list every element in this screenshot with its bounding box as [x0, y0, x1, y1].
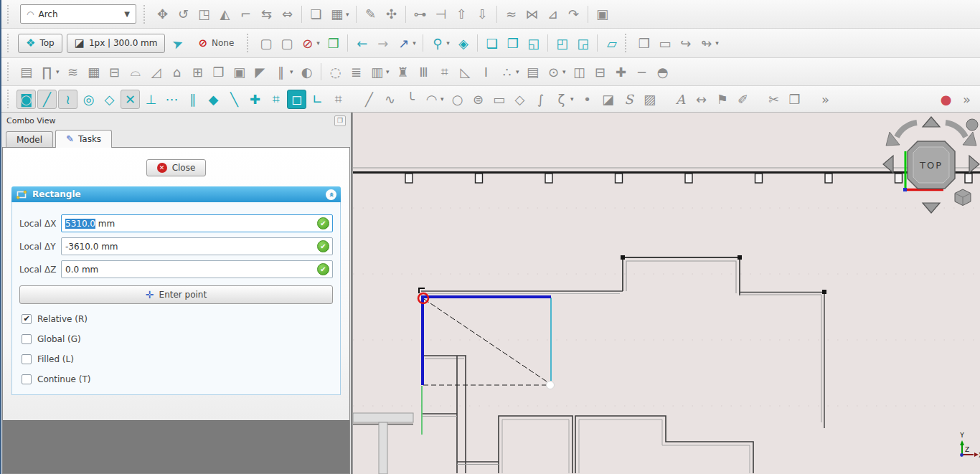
3d-viewport[interactable]: TOP Y X Z: [353, 113, 980, 474]
offset-icon[interactable]: ⌐: [236, 4, 255, 24]
text-icon[interactable]: A: [671, 90, 690, 109]
facebinder-icon[interactable]: ◪: [598, 90, 618, 109]
axis-icon[interactable]: ‖: [271, 62, 291, 82]
snap-grid-icon[interactable]: ⌗: [266, 90, 286, 109]
dropdown-arrow-icon[interactable]: ▾: [516, 68, 522, 75]
shapestring-icon[interactable]: S: [619, 90, 639, 109]
downgrade-icon[interactable]: ⇩: [473, 4, 492, 24]
top-view-icon[interactable]: ❒: [503, 34, 522, 53]
split-icon[interactable]: ⊣: [431, 4, 451, 24]
reference-icon[interactable]: ❐: [209, 62, 228, 82]
arc-icon[interactable]: ◠: [422, 90, 441, 109]
box-element-selection-icon[interactable]: ▢: [256, 34, 275, 53]
nav-back-icon[interactable]: ←: [352, 34, 372, 53]
enter-point-button[interactable]: ✛ Enter point: [19, 285, 333, 304]
scale-icon[interactable]: ◳: [194, 4, 214, 24]
subelement-highlight-icon[interactable]: ✣: [382, 4, 401, 24]
workbench-selector[interactable]: ◠ Arch ▼: [20, 4, 136, 24]
local-delta-z-input[interactable]: 0.0 mm✔: [61, 260, 333, 278]
float-panel-icon[interactable]: ❐: [334, 115, 346, 126]
box-selection-icon[interactable]: ▢: [277, 34, 296, 53]
snap-intersection-icon[interactable]: ✕: [121, 90, 140, 109]
dropdown-arrow-icon[interactable]: ▾: [413, 39, 419, 47]
zoom-fit-icon[interactable]: ⚲: [428, 34, 447, 53]
linked-object-icon[interactable]: ↗: [394, 34, 413, 53]
snap-lock-icon[interactable]: ◙: [17, 90, 36, 109]
checkbox[interactable]: [22, 374, 32, 384]
schedule-icon[interactable]: ▤: [523, 62, 542, 82]
stretch-icon[interactable]: ⇔: [278, 4, 297, 24]
join-icon[interactable]: ⊶: [410, 4, 430, 24]
upgrade-icon[interactable]: ⇧: [452, 4, 471, 24]
draft-to-sketch-icon[interactable]: ⋈: [522, 4, 542, 24]
checkbox[interactable]: ✔: [22, 314, 32, 324]
edit-icon[interactable]: ✎: [361, 4, 380, 24]
space-icon[interactable]: ◤: [250, 62, 270, 82]
front-view-icon[interactable]: ❑: [482, 34, 501, 53]
continue-checkbox[interactable]: Continue (T): [22, 374, 333, 384]
rotate-icon[interactable]: ↺: [174, 4, 193, 24]
rectangle-icon[interactable]: ▭: [489, 90, 509, 109]
toolbar-handle[interactable]: [143, 5, 147, 24]
point-icon[interactable]: •: [578, 90, 597, 109]
dropdown-arrow-icon[interactable]: ▾: [56, 68, 62, 75]
toolbar-handle[interactable]: [7, 90, 11, 108]
collapse-section-icon[interactable]: »: [326, 189, 336, 200]
slope-icon[interactable]: ⊿: [543, 4, 562, 24]
link-actions-icon[interactable]: ↬: [697, 34, 716, 53]
panel-icon[interactable]: ▥: [367, 62, 387, 82]
pipe-icon[interactable]: ⊙: [544, 62, 563, 82]
snap-near-icon[interactable]: ╲: [225, 90, 244, 109]
mirror-icon[interactable]: ◭: [215, 4, 235, 24]
polygon-icon[interactable]: ◇: [510, 90, 529, 109]
create-group-icon[interactable]: ▭: [655, 34, 674, 53]
axonometric-view-icon[interactable]: ◈: [453, 34, 473, 53]
bottom-view-icon[interactable]: ◲: [573, 34, 593, 53]
snap-dimensions-icon[interactable]: ∟: [308, 90, 327, 109]
dropdown-arrow-icon[interactable]: ▾: [386, 68, 392, 75]
snap-endpoint-icon[interactable]: ╱: [37, 90, 57, 109]
current-view-button[interactable]: ❖ Top: [18, 34, 62, 53]
snap-extension-icon[interactable]: ⋯: [162, 90, 182, 109]
rebar-icon[interactable]: ≋: [63, 62, 83, 82]
frame-icon[interactable]: Ⅲ: [414, 62, 433, 82]
polyline-icon[interactable]: ∿: [380, 90, 400, 109]
remove-component-icon[interactable]: −: [632, 62, 651, 82]
cut-with-plane-icon[interactable]: ⊟: [590, 62, 610, 82]
line-icon[interactable]: ╱: [359, 90, 379, 109]
clipping-icon[interactable]: ⊘: [298, 34, 317, 53]
dropdown-arrow-icon[interactable]: ▾: [570, 95, 577, 103]
toolbar-overflow2-icon[interactable]: »: [957, 90, 976, 109]
rectangle-section-header[interactable]: Rectangle »: [11, 186, 341, 202]
checkbox[interactable]: [22, 334, 32, 344]
truss-icon[interactable]: ◺: [456, 62, 475, 82]
global-checkbox[interactable]: Global (G): [22, 334, 333, 344]
array-icon[interactable]: ▦: [327, 4, 347, 24]
create-part-icon[interactable]: ❒: [634, 34, 654, 53]
measure-icon[interactable]: ▱: [602, 34, 621, 53]
window-icon[interactable]: ⊟: [105, 62, 124, 82]
toolbar-overflow-icon[interactable]: »: [816, 90, 835, 109]
line-style-button[interactable]: ◪ 1px | 300.0 mm: [67, 34, 166, 53]
building-icon[interactable]: ⌂: [167, 62, 187, 82]
building-part-icon[interactable]: ▣: [230, 62, 249, 82]
survey-icon[interactable]: ◓: [653, 62, 672, 82]
toolbar-handle[interactable]: [625, 34, 628, 52]
snap-ortho-icon[interactable]: ✚: [245, 90, 265, 109]
filled-checkbox[interactable]: Filled (L): [22, 354, 333, 364]
section-plane-icon[interactable]: ◐: [297, 62, 316, 82]
material-icon[interactable]: ∴: [497, 62, 517, 82]
annotation-styles-icon[interactable]: ✐: [733, 90, 753, 109]
copy-icon[interactable]: ❐: [785, 90, 804, 109]
autogroup-button[interactable]: ⊘ None: [190, 34, 242, 53]
fillet-icon[interactable]: ╰: [401, 90, 420, 109]
snap-angle-icon[interactable]: ◇: [100, 90, 119, 109]
tab-tasks[interactable]: ✎ Tasks: [55, 130, 112, 148]
add-component-icon[interactable]: ✚: [611, 62, 631, 82]
cut-icon[interactable]: ✂: [764, 90, 783, 109]
local-delta-y-input[interactable]: -3610.0 mm✔: [61, 237, 333, 255]
view-selection-icon[interactable]: ❐: [324, 34, 343, 53]
close-button[interactable]: ✕ Close: [146, 159, 207, 176]
snap-perpendicular-icon[interactable]: ⊥: [141, 90, 161, 109]
circle-icon[interactable]: ○: [448, 90, 467, 109]
